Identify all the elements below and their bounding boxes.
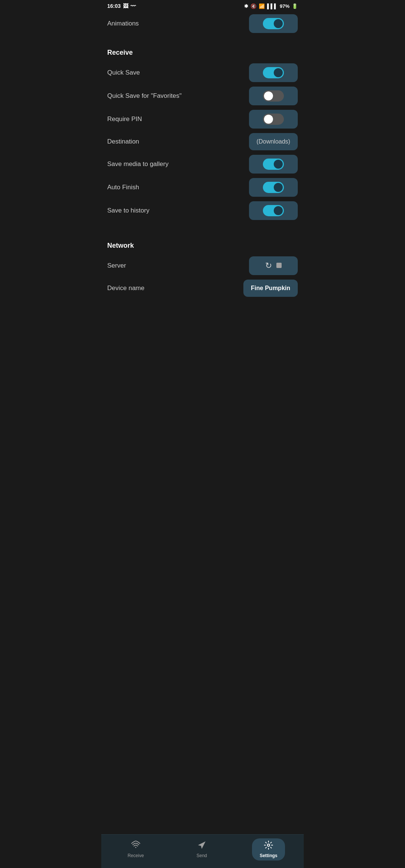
quick-save-toggle-container <box>249 63 298 82</box>
nav-item-send[interactable]: Send <box>189 838 214 861</box>
animations-toggle[interactable] <box>263 18 284 29</box>
gallery-icon: 🖼 <box>123 3 128 9</box>
settings-nav-label: Settings <box>260 853 277 858</box>
animations-toggle-slider <box>263 18 284 29</box>
send-nav-label: Send <box>196 853 207 858</box>
destination-row: Destination (Downloads) <box>107 131 298 153</box>
require-pin-row: Require PIN <box>107 108 298 131</box>
quick-save-favorites-row: Quick Save for "Favorites" <box>107 84 298 108</box>
auto-finish-toggle-container <box>249 178 298 197</box>
status-right: ✱ 🔇 📶 ▌▌▌ 97% 🔋 <box>244 3 298 9</box>
save-media-gallery-toggle-container <box>249 155 298 174</box>
server-label: Server <box>107 262 249 269</box>
animations-label: Animations <box>107 20 249 27</box>
svg-point-0 <box>135 847 136 848</box>
require-pin-toggle[interactable] <box>263 114 284 125</box>
save-history-label: Save to history <box>107 207 249 214</box>
quick-save-favorites-slider <box>263 90 284 102</box>
device-name-row: Device name Fine Pumpkin <box>107 277 298 299</box>
auto-finish-toggle[interactable] <box>263 182 284 193</box>
receive-nav-icon <box>131 841 140 852</box>
signal-icon: ▌▌▌ <box>267 3 278 9</box>
mute-icon: 🔇 <box>250 3 256 9</box>
server-row: Server ↻ <box>107 254 298 277</box>
save-media-gallery-label: Save media to gallery <box>107 160 249 168</box>
save-history-slider <box>263 205 284 216</box>
save-history-toggle-container <box>249 201 298 220</box>
settings-nav-icon <box>264 841 273 852</box>
status-bar: 16:03 🖼 〰 ✱ 🔇 📶 ▌▌▌ 97% 🔋 <box>101 0 304 12</box>
refresh-icon: ↻ <box>265 261 272 271</box>
wave-icon: 〰 <box>130 3 136 9</box>
status-left: 16:03 🖼 〰 <box>107 3 136 9</box>
destination-button[interactable]: (Downloads) <box>249 133 298 150</box>
quick-save-favorites-label: Quick Save for "Favorites" <box>107 92 249 100</box>
battery-text: 97% <box>280 3 290 9</box>
svg-point-1 <box>267 844 270 846</box>
destination-label: Destination <box>107 138 249 145</box>
quick-save-favorites-toggle-container <box>249 87 298 105</box>
receive-header: Receive <box>107 41 298 61</box>
save-history-toggle[interactable] <box>263 205 284 216</box>
send-nav-icon <box>197 841 206 852</box>
server-button[interactable]: ↻ <box>249 256 298 275</box>
save-media-gallery-toggle[interactable] <box>263 159 284 170</box>
require-pin-label: Require PIN <box>107 115 249 123</box>
bottom-navigation: Receive Send Settings <box>101 834 304 868</box>
save-media-gallery-slider <box>263 159 284 170</box>
quick-save-slider <box>263 67 284 78</box>
device-name-button[interactable]: Fine Pumpkin <box>243 280 298 297</box>
auto-finish-row: Auto Finish <box>107 176 298 199</box>
require-pin-toggle-container <box>249 110 298 129</box>
quick-save-favorites-toggle[interactable] <box>263 90 284 102</box>
save-history-row: Save to history <box>107 199 298 222</box>
wifi-status-icon: 📶 <box>259 3 265 9</box>
nav-item-receive[interactable]: Receive <box>120 838 151 861</box>
animations-toggle-container <box>249 14 298 33</box>
device-name-label: Device name <box>107 284 243 292</box>
receive-nav-label: Receive <box>128 853 144 858</box>
quick-save-toggle[interactable] <box>263 67 284 78</box>
save-media-gallery-row: Save media to gallery <box>107 153 298 176</box>
network-header: Network <box>107 234 298 254</box>
auto-finish-label: Auto Finish <box>107 184 249 191</box>
bluetooth-icon: ✱ <box>244 3 248 9</box>
quick-save-label: Quick Save <box>107 69 249 76</box>
nav-item-settings[interactable]: Settings <box>252 838 285 861</box>
quick-save-row: Quick Save <box>107 61 298 84</box>
status-time: 16:03 <box>107 3 121 9</box>
animations-row: Animations <box>107 12 298 35</box>
battery-icon: 🔋 <box>292 3 298 9</box>
stop-icon <box>276 262 282 270</box>
auto-finish-slider <box>263 182 284 193</box>
require-pin-slider <box>263 114 284 125</box>
main-content: Animations Receive Quick Save Quick Save… <box>101 12 304 329</box>
